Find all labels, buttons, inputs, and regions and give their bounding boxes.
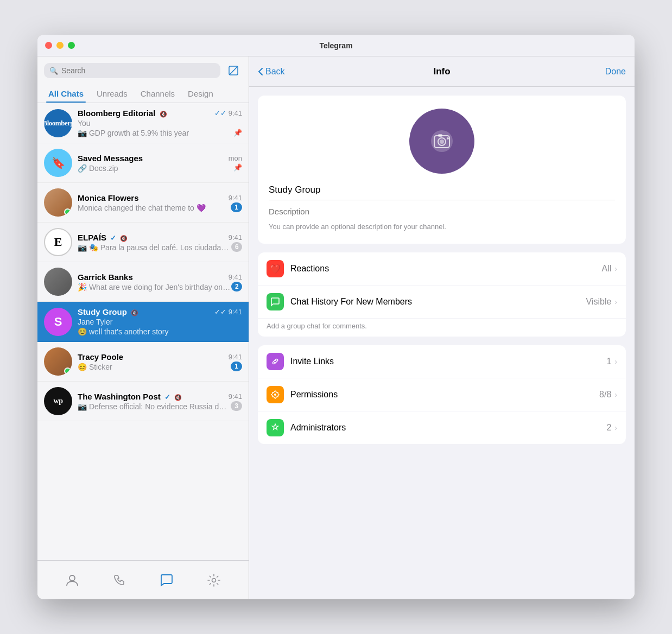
chat-info: Garrick Banks 9:41 🎉 What are we doing f…: [78, 272, 242, 291]
chat-name: Saved Messages: [78, 154, 143, 163]
avatar: 🔖: [44, 149, 72, 177]
profile-icon[interactable]: [62, 570, 82, 590]
back-label: Back: [265, 67, 285, 77]
description-input[interactable]: [269, 207, 615, 216]
chat-preview-2: 😊 well that's another story: [78, 327, 242, 336]
avatar: [44, 188, 72, 217]
calls-icon[interactable]: [110, 570, 129, 590]
chat-item-monica[interactable]: Monica Flowers 9:41 Monica changed the c…: [37, 183, 249, 223]
reactions-hint: Add a group chat for comments.: [258, 319, 626, 337]
chat-list: Bloomberg Bloomberg Editorial 🔇 ✓✓ 9:41 …: [37, 103, 249, 560]
invite-links-value: 1: [606, 357, 611, 366]
group-name-input[interactable]: [269, 185, 615, 200]
chat-preview: 🎉 What are we doing for Jen's birthday o…: [78, 283, 231, 291]
chat-time: 9:41: [229, 353, 242, 361]
avatar: [44, 347, 72, 376]
chat-name: ELPAÍS ✓ 🔇: [78, 233, 128, 242]
chat-item-wapo[interactable]: wp The Washington Post ✓ 🔇 9:41 📷 Defens…: [37, 382, 249, 421]
chat-info: ELPAÍS ✓ 🔇 9:41 📷 🎭 Para la pausa del ca…: [78, 233, 242, 252]
chat-history-row[interactable]: Chat History For New Members Visible ›: [258, 286, 626, 319]
traffic-lights: [45, 42, 75, 49]
sidebar: 🔍 All Chats Unreads Channels Design: [37, 56, 249, 599]
close-button[interactable]: [45, 42, 52, 49]
panel-title: Info: [433, 66, 450, 77]
chat-preview: You: [78, 119, 242, 128]
reactions-row[interactable]: ❤️ Reactions All ›: [258, 252, 626, 286]
chevron-icon: ›: [614, 297, 617, 306]
search-bar: 🔍: [37, 56, 249, 85]
chat-history-value: Visible: [586, 297, 611, 307]
group-avatar-wrap: [269, 109, 615, 174]
avatar: Bloomberg: [44, 109, 72, 137]
tabs: All Chats Unreads Channels Design: [37, 85, 249, 103]
tab-unreads[interactable]: Unreads: [90, 85, 134, 103]
right-panel: Back Info Done: [249, 56, 635, 599]
links-card: Invite Links 1 › Permissions 8/8: [258, 345, 626, 444]
group-avatar[interactable]: [409, 109, 474, 174]
chat-item-tracy[interactable]: Tracy Poole 9:41 😊 Sticker 1: [37, 342, 249, 382]
tab-channels[interactable]: Channels: [134, 85, 181, 103]
chat-item-garrick[interactable]: Garrick Banks 9:41 🎉 What are we doing f…: [37, 262, 249, 302]
invite-links-icon: [267, 353, 284, 370]
chat-item-saved[interactable]: 🔖 Saved Messages mon 🔗 Docs.zip 📌: [37, 143, 249, 183]
svg-point-8: [447, 137, 449, 140]
chat-info: Monica Flowers 9:41 Monica changed the c…: [78, 193, 242, 212]
chat-info: Tracy Poole 9:41 😊 Sticker 1: [78, 352, 242, 371]
tab-all-chats[interactable]: All Chats: [42, 85, 90, 103]
administrators-icon: [267, 419, 284, 436]
badge: 3: [231, 401, 242, 411]
chat-history-icon: [267, 293, 284, 310]
app-window: Telegram 🔍 All Chats Unre: [37, 35, 635, 599]
administrators-row[interactable]: Administrators 2 ›: [258, 411, 626, 444]
chat-preview-2: 📷 GDP growth at 5.9% this year: [78, 129, 189, 137]
main-content: 🔍 All Chats Unreads Channels Design: [37, 56, 635, 599]
chat-preview: 📷 🎭 Para la pausa del café. Los ciudadan…: [78, 243, 231, 252]
chat-item-elpais[interactable]: E ELPAÍS ✓ 🔇 9:41 📷 🎭 Para la pausa del …: [37, 223, 249, 262]
svg-point-6: [440, 140, 444, 144]
chevron-icon: ›: [614, 357, 617, 366]
chat-name: Tracy Poole: [78, 352, 123, 362]
pin-icon: 📌: [233, 163, 242, 172]
chat-preview: 📷 Defense official: No evidence Russia d…: [78, 402, 230, 411]
search-icon: 🔍: [49, 67, 58, 75]
chat-info: Study Group 🔇 ✓✓ 9:41 Jane Tyler 😊 well …: [78, 307, 242, 336]
back-button[interactable]: Back: [258, 67, 285, 77]
right-body: You can provide an optional description …: [249, 87, 635, 599]
chats-icon[interactable]: [157, 570, 176, 590]
description-hint: You can provide an optional description …: [269, 223, 446, 231]
reactions-value: All: [602, 264, 612, 274]
svg-point-2: [212, 578, 216, 582]
chat-preview: 😊 Sticker: [78, 363, 112, 371]
reactions-icon: ❤️: [267, 260, 284, 277]
chat-item-bloomberg[interactable]: Bloomberg Bloomberg Editorial 🔇 ✓✓ 9:41 …: [37, 103, 249, 143]
svg-point-9: [274, 394, 276, 396]
compose-button[interactable]: [225, 62, 242, 79]
chat-time: ✓✓ 9:41: [214, 109, 242, 117]
chat-name: Study Group 🔇: [78, 307, 138, 316]
chat-preview: Jane Tyler: [78, 318, 242, 326]
minimize-button[interactable]: [56, 42, 64, 49]
badge: 1: [231, 202, 242, 212]
permissions-row[interactable]: Permissions 8/8 ›: [258, 378, 626, 411]
chat-item-study[interactable]: S Study Group 🔇 ✓✓ 9:41 Jane Tyler 😊 wel…: [37, 302, 249, 342]
pin-icon: 📌: [233, 129, 242, 137]
done-button[interactable]: Done: [605, 67, 626, 77]
chat-time: 9:41: [229, 233, 242, 242]
chat-time: 9:41: [229, 194, 242, 202]
window-title: Telegram: [319, 41, 352, 50]
maximize-button[interactable]: [68, 42, 75, 49]
chat-name: Bloomberg Editorial 🔇: [78, 109, 167, 118]
badge: 1: [231, 362, 242, 371]
chat-info: The Washington Post ✓ 🔇 9:41 📷 Defense o…: [78, 392, 242, 411]
search-input-wrap[interactable]: 🔍: [44, 63, 220, 78]
avatar: E: [44, 228, 72, 256]
permissions-label: Permissions: [290, 390, 599, 400]
badge: 6: [231, 242, 242, 252]
avatar: wp: [44, 387, 72, 415]
settings-icon[interactable]: [204, 570, 224, 590]
invite-links-row[interactable]: Invite Links 1 ›: [258, 345, 626, 378]
svg-point-1: [69, 575, 75, 581]
chat-info: Saved Messages mon 🔗 Docs.zip 📌: [78, 154, 242, 173]
search-input[interactable]: [61, 66, 215, 75]
tab-design[interactable]: Design: [181, 85, 220, 103]
